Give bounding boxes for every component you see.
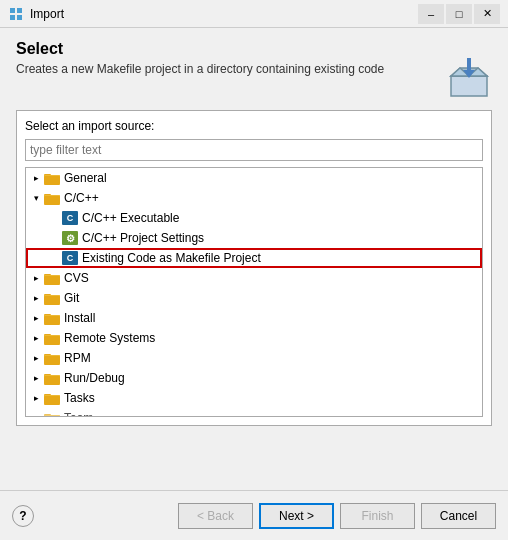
folder-icon	[44, 331, 60, 345]
svg-rect-26	[44, 296, 60, 304]
close-button[interactable]: ✕	[474, 4, 500, 24]
tree-item-team[interactable]: ▸ Team	[26, 408, 482, 417]
tree-item-label: C/C++ Project Settings	[82, 231, 204, 245]
page-description: Creates a new Makefile project in a dire…	[16, 62, 492, 98]
folder-icon	[44, 191, 60, 205]
svg-rect-18	[44, 196, 60, 204]
svg-rect-50	[44, 416, 60, 417]
tree-item-cpp[interactable]: ▾ C/C++	[26, 188, 482, 208]
description-text: Creates a new Makefile project in a dire…	[16, 62, 436, 76]
chevron-icon: ▸	[30, 372, 42, 384]
cpp-exe-icon: C	[62, 211, 78, 225]
chevron-icon: ▸	[30, 312, 42, 324]
chevron-icon: ▸	[30, 172, 42, 184]
import-icon	[446, 58, 492, 98]
svg-rect-30	[44, 316, 60, 324]
cpp-makefile-icon: C	[62, 251, 78, 265]
folder-icon	[44, 171, 60, 185]
title-bar: Import – □ ✕	[0, 0, 508, 28]
folder-icon	[44, 391, 60, 405]
folder-icon	[44, 371, 60, 385]
tree-item-rpm[interactable]: ▸ RPM	[26, 348, 482, 368]
svg-rect-38	[44, 356, 60, 364]
svg-rect-22	[44, 276, 60, 284]
tree-item-label: Git	[64, 291, 79, 305]
tree-item-cpp-makefile[interactable]: CExisting Code as Makefile Project	[26, 248, 482, 268]
tree-item-label: C/C++ Executable	[82, 211, 179, 225]
chevron-icon: ▸	[30, 332, 42, 344]
panel-label: Select an import source:	[25, 119, 483, 133]
finish-button[interactable]: Finish	[340, 503, 415, 529]
tree-item-cvs[interactable]: ▸ CVS	[26, 268, 482, 288]
maximize-button[interactable]: □	[446, 4, 472, 24]
svg-rect-14	[44, 176, 60, 184]
action-buttons: < Back Next > Finish Cancel	[178, 503, 496, 529]
tree-item-cpp-settings[interactable]: ⚙C/C++ Project Settings	[26, 228, 482, 248]
folder-icon	[44, 271, 60, 285]
help-button[interactable]: ?	[12, 505, 34, 527]
svg-rect-4	[451, 76, 487, 96]
window-title: Import	[30, 7, 418, 21]
tree-item-cpp-exe[interactable]: CC/C++ Executable	[26, 208, 482, 228]
tree-item-run-debug[interactable]: ▸ Run/Debug	[26, 368, 482, 388]
tree-item-general[interactable]: ▸ General	[26, 168, 482, 188]
tree-item-tasks[interactable]: ▸ Tasks	[26, 388, 482, 408]
filter-input[interactable]	[25, 139, 483, 161]
chevron-icon: ▸	[30, 292, 42, 304]
window-controls: – □ ✕	[418, 4, 500, 24]
tree-item-remote-systems[interactable]: ▸ Remote Systems	[26, 328, 482, 348]
page-title: Select	[16, 40, 492, 58]
tree-item-label: Remote Systems	[64, 331, 155, 345]
folder-icon	[44, 411, 60, 417]
svg-rect-1	[17, 8, 22, 13]
chevron-icon: ▾	[30, 192, 42, 204]
tree-item-label: Run/Debug	[64, 371, 125, 385]
svg-rect-49	[44, 415, 60, 417]
help-area: ?	[12, 505, 34, 527]
chevron-icon: ▸	[30, 272, 42, 284]
import-source-panel: Select an import source: ▸ General▾ C/C+…	[16, 110, 492, 426]
minimize-button[interactable]: –	[418, 4, 444, 24]
svg-rect-0	[10, 8, 15, 13]
cpp-settings-icon: ⚙	[62, 231, 78, 245]
chevron-icon: ▸	[30, 412, 42, 417]
next-button[interactable]: Next >	[259, 503, 334, 529]
tree-item-label: RPM	[64, 351, 91, 365]
tree-item-label: Install	[64, 311, 95, 325]
chevron-icon: ▸	[30, 392, 42, 404]
tree-item-label: Tasks	[64, 391, 95, 405]
tree-container[interactable]: ▸ General▾ C/C++CC/C++ Executable⚙C/C++ …	[25, 167, 483, 417]
back-button[interactable]: < Back	[178, 503, 253, 529]
tree-item-label: C/C++	[64, 191, 99, 205]
tree-item-label: General	[64, 171, 107, 185]
svg-rect-9	[467, 58, 471, 72]
tree-item-install[interactable]: ▸ Install	[26, 308, 482, 328]
svg-rect-3	[17, 15, 22, 20]
folder-icon	[44, 351, 60, 365]
tree-item-label: CVS	[64, 271, 89, 285]
dialog-footer: ? < Back Next > Finish Cancel	[0, 490, 508, 540]
chevron-icon: ▸	[30, 352, 42, 364]
main-content: Select Creates a new Makefile project in…	[0, 28, 508, 426]
folder-icon	[44, 311, 60, 325]
svg-rect-34	[44, 336, 60, 344]
tree-item-label: Team	[64, 411, 93, 417]
svg-rect-42	[44, 376, 60, 384]
app-icon	[8, 6, 24, 22]
cancel-button[interactable]: Cancel	[421, 503, 496, 529]
tree-item-label: Existing Code as Makefile Project	[82, 251, 261, 265]
tree-item-git[interactable]: ▸ Git	[26, 288, 482, 308]
svg-rect-46	[44, 396, 60, 404]
folder-icon	[44, 291, 60, 305]
svg-rect-2	[10, 15, 15, 20]
